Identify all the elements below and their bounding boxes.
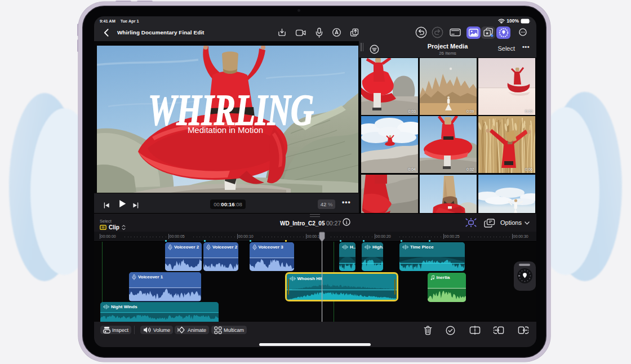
svg-text:Meditation in Motion: Meditation in Motion	[188, 125, 263, 135]
